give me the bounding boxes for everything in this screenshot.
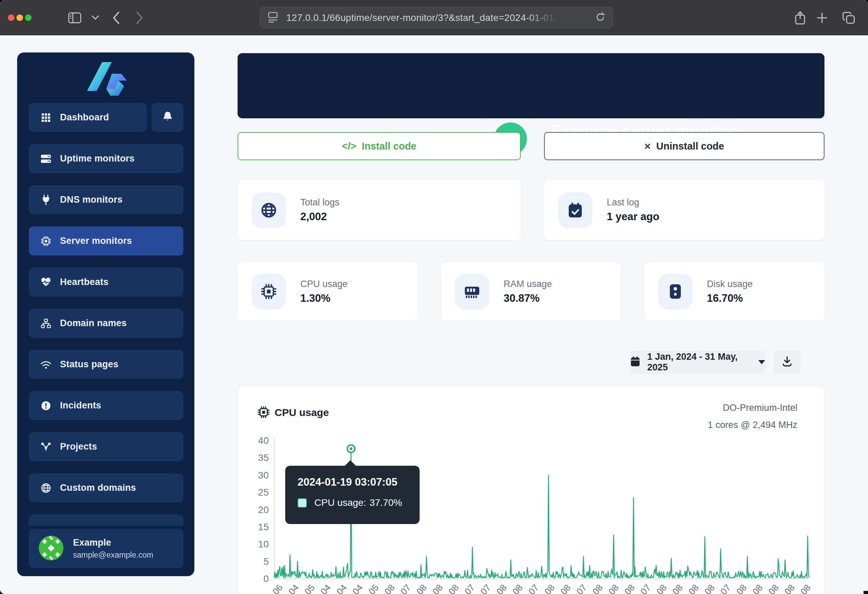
svg-text:-08: -08 <box>381 582 397 594</box>
svg-text:-08: -08 <box>620 582 636 594</box>
stat-card-disk: Disk usage 16.70% <box>644 262 824 321</box>
sidebar-item-domain-names[interactable]: Domain names <box>29 309 183 338</box>
install-code-button[interactable]: </> Install code <box>238 132 521 160</box>
svg-text:5: 5 <box>263 556 269 567</box>
svg-text:-08: -08 <box>412 582 428 594</box>
sidebar-item-heartbeats[interactable]: Heartbeats <box>29 267 183 297</box>
forward-icon[interactable] <box>131 9 149 27</box>
cpu-chip-icon <box>252 274 286 309</box>
share-icon[interactable] <box>791 9 809 27</box>
sidebar-toggle-icon[interactable] <box>66 9 84 27</box>
new-tab-icon[interactable] <box>813 9 831 27</box>
stat-label: Disk usage <box>707 279 753 290</box>
svg-text:-08: -08 <box>765 582 781 594</box>
svg-text:40: 40 <box>258 435 269 446</box>
sidebar-item-incidents[interactable]: Incidents <box>29 391 183 420</box>
sitemap-icon <box>40 318 52 329</box>
svg-text:-07: -07 <box>573 582 589 594</box>
sidebar-item-projects[interactable]: Projects <box>29 432 183 461</box>
user-name: Example <box>73 538 153 548</box>
svg-text:30: 30 <box>258 470 269 480</box>
tooltip-timestamp: 2024-01-19 03:07:05 <box>298 476 407 488</box>
sidebar-item-dns-monitors[interactable]: DNS monitors <box>29 185 183 214</box>
cpu-chip-icon <box>40 235 52 247</box>
reload-icon[interactable] <box>595 12 606 24</box>
app-logo <box>85 60 127 101</box>
sidebar-item-label: Custom domains <box>60 483 136 493</box>
svg-text:-04: -04 <box>348 582 365 594</box>
close-icon: × <box>645 140 651 153</box>
browser-chrome: 127.0.0.1/66uptime/server-monitor/3?&sta… <box>0 0 868 35</box>
chevron-down-icon[interactable] <box>86 9 104 27</box>
alert-circle-icon <box>40 400 52 412</box>
website-settings-icon[interactable] <box>268 11 278 24</box>
download-icon <box>781 356 793 369</box>
svg-text:-08: -08 <box>557 582 573 594</box>
bell-icon <box>162 111 173 124</box>
corner-fragment <box>864 591 868 594</box>
svg-text:-06: -06 <box>269 582 285 594</box>
date-range-picker[interactable]: 1 Jan, 2024 - 31 May, 2025 <box>630 350 765 374</box>
stat-card-total-logs: Total logs 2,002 <box>238 180 521 240</box>
minimize-window-button[interactable] <box>16 15 23 21</box>
svg-text:35: 35 <box>258 452 269 463</box>
svg-text:-08: -08 <box>444 582 461 594</box>
code-icon: </> <box>342 140 356 152</box>
svg-text:-07: -07 <box>477 582 493 594</box>
svg-text:-04: -04 <box>285 582 301 594</box>
notifications-button[interactable] <box>152 103 183 132</box>
user-email: sample@example.com <box>73 550 153 560</box>
globe-icon <box>40 482 52 494</box>
zoom-window-button[interactable] <box>25 15 31 21</box>
svg-text:-07: -07 <box>396 582 412 594</box>
sidebar-item-uptime-monitors[interactable]: Uptime monitors <box>29 144 183 173</box>
svg-text:-08: -08 <box>669 582 685 594</box>
svg-text:-04: -04 <box>316 582 332 594</box>
stat-label: CPU usage <box>300 279 348 290</box>
svg-text:-08: -08 <box>492 582 508 594</box>
sidebar-item-label: Status pages <box>60 359 118 370</box>
tooltip-series-value: 37.70% <box>369 497 402 508</box>
calendar-icon <box>630 356 641 368</box>
stat-card-cpu: CPU usage 1.30% <box>238 262 418 321</box>
sidebar-item-label: Domain names <box>60 318 127 328</box>
caret-down-icon <box>758 360 765 364</box>
share-nodes-icon <box>40 441 52 453</box>
sidebar-item-custom-domains[interactable]: Custom domains <box>29 473 183 502</box>
stat-value: 2,002 <box>300 211 340 223</box>
series-swatch <box>298 498 307 508</box>
sidebar-item-label: DNS monitors <box>60 195 123 205</box>
stat-value: 30.87% <box>503 292 552 304</box>
url-bar[interactable]: 127.0.0.1/66uptime/server-monitor/3?&sta… <box>260 7 613 28</box>
stat-value: 1.30% <box>300 292 348 304</box>
svg-text:-08: -08 <box>684 582 700 594</box>
calendar-check-icon <box>558 192 592 228</box>
user-card[interactable]: Example sample@example.com <box>29 529 183 568</box>
stat-card-ram: RAM usage 30.87% <box>441 262 621 321</box>
uninstall-code-button[interactable]: × Uninstall code <box>544 132 824 160</box>
stat-label: Last log <box>607 197 659 208</box>
stat-card-last-log: Last log 1 year ago <box>544 180 824 240</box>
svg-text:-08: -08 <box>748 582 765 594</box>
globe-icon <box>252 192 286 228</box>
stat-value: 16.70% <box>707 292 753 304</box>
svg-text:-08: -08 <box>700 582 716 594</box>
plug-icon <box>40 194 52 206</box>
disk-icon <box>658 274 692 309</box>
sidebar-item-server-monitors[interactable]: Server monitors <box>29 226 183 256</box>
sidebar-item-status-pages[interactable]: Status pages <box>29 350 183 379</box>
svg-text:-08: -08 <box>780 582 796 594</box>
back-icon[interactable] <box>107 9 125 27</box>
date-range-label: 1 Jan, 2024 - 31 May, 2025 <box>647 352 751 373</box>
sidebar-item-label: Dashboard <box>60 112 109 123</box>
tab-overview-icon[interactable] <box>840 9 858 27</box>
signal-icon <box>40 359 52 370</box>
grid-icon <box>40 112 52 123</box>
svg-text:-08: -08 <box>428 582 444 594</box>
close-window-button[interactable] <box>8 15 15 21</box>
svg-text:-08: -08 <box>540 582 557 594</box>
sidebar-item-dashboard[interactable]: Dashboard <box>29 103 147 132</box>
browser-window: 127.0.0.1/66uptime/server-monitor/3?&sta… <box>0 0 868 594</box>
download-button[interactable] <box>774 350 801 374</box>
svg-text:-05: -05 <box>365 582 381 594</box>
